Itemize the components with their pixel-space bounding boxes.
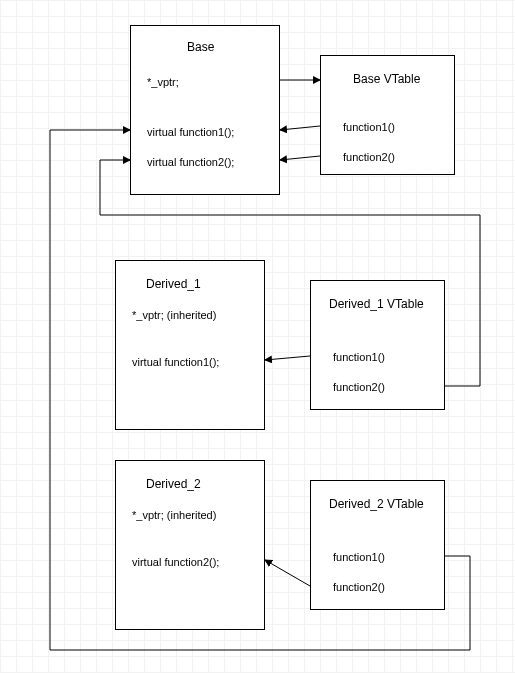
derived2-fn2: virtual function2();	[132, 556, 219, 568]
derived2-vptr: *_vptr; (inherited)	[132, 509, 216, 521]
base-class-box: Base *_vptr; virtual function1(); virtua…	[130, 25, 280, 195]
base-vptr: *_vptr;	[147, 76, 179, 88]
derived1-fn1: virtual function1();	[132, 356, 219, 368]
derived1-vtable-fn2: function2()	[333, 381, 385, 393]
derived2-vtable-fn2: function2()	[333, 581, 385, 593]
base-title: Base	[187, 40, 214, 54]
derived1-title: Derived_1	[146, 277, 201, 291]
base-vtable-box: Base VTable function1() function2()	[320, 55, 455, 175]
derived1-vtable-box: Derived_1 VTable function1() function2()	[310, 280, 445, 410]
base-vtable-fn1: function1()	[343, 121, 395, 133]
derived2-title: Derived_2	[146, 477, 201, 491]
derived2-vtable-title: Derived_2 VTable	[329, 497, 424, 511]
base-vtable-title: Base VTable	[353, 72, 420, 86]
derived1-vptr: *_vptr; (inherited)	[132, 309, 216, 321]
derived2-class-box: Derived_2 *_vptr; (inherited) virtual fu…	[115, 460, 265, 630]
derived1-class-box: Derived_1 *_vptr; (inherited) virtual fu…	[115, 260, 265, 430]
derived2-vtable-box: Derived_2 VTable function1() function2()	[310, 480, 445, 610]
base-fn1: virtual function1();	[147, 126, 234, 138]
base-fn2: virtual function2();	[147, 156, 234, 168]
derived1-vtable-title: Derived_1 VTable	[329, 297, 424, 311]
base-vtable-fn2: function2()	[343, 151, 395, 163]
derived2-vtable-fn1: function1()	[333, 551, 385, 563]
derived1-vtable-fn1: function1()	[333, 351, 385, 363]
